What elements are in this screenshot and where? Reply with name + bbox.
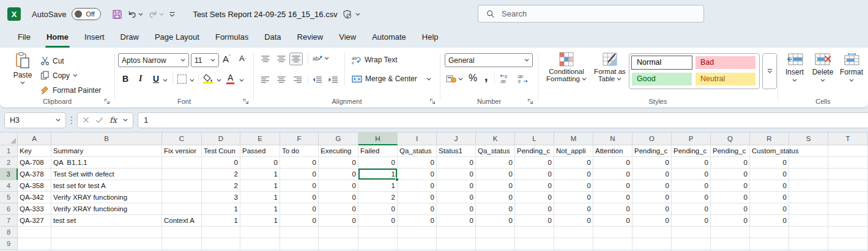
cell-Q4[interactable]: 0	[711, 180, 750, 192]
cell-A2[interactable]: QA-708	[18, 157, 51, 169]
cell-I10[interactable]	[398, 250, 437, 250]
tab-review[interactable]: Review	[289, 28, 332, 48]
cell-F7[interactable]: 0	[280, 215, 319, 227]
cell-S4[interactable]	[789, 180, 828, 192]
align-left-button[interactable]	[261, 76, 270, 83]
cell-I1[interactable]: Qa_status	[398, 145, 437, 157]
font-dialog-launcher-icon[interactable]	[243, 98, 249, 104]
cell-J3[interactable]: 0	[437, 169, 476, 180]
select-all-button[interactable]	[0, 133, 18, 145]
column-header-L[interactable]: L	[515, 133, 554, 145]
tab-formulas[interactable]: Formulas	[207, 28, 256, 48]
cell-K9[interactable]	[476, 238, 515, 250]
formula-bar-grip-icon[interactable]	[70, 115, 73, 125]
cell-D3[interactable]: 2	[202, 169, 240, 180]
cell-I9[interactable]	[398, 238, 437, 250]
delete-cells-button[interactable]: Delete	[810, 53, 836, 82]
borders-button[interactable]	[177, 75, 187, 84]
row-header-8[interactable]: 8	[0, 227, 18, 238]
tab-file[interactable]: File	[10, 28, 39, 48]
cell-O1[interactable]: Pending_c	[632, 145, 672, 157]
cell-E4[interactable]: 1	[240, 180, 280, 192]
column-header-N[interactable]: N	[593, 133, 632, 145]
row-header-3[interactable]: 3	[0, 169, 18, 180]
cell-D1[interactable]: Test Coun	[202, 145, 240, 157]
bold-button[interactable]: B	[122, 74, 128, 84]
cell-J1[interactable]: Status1	[437, 145, 476, 157]
cell-A5[interactable]: QA-342	[18, 192, 51, 203]
cell-F5[interactable]: 0	[280, 192, 319, 203]
cell-P3[interactable]: 0	[672, 169, 711, 180]
column-header-P[interactable]: P	[672, 133, 711, 145]
cut-button[interactable]: Cut	[40, 56, 64, 65]
tab-automate[interactable]: Automate	[364, 28, 414, 48]
row-header-10[interactable]	[0, 250, 18, 250]
cell-C8[interactable]	[162, 227, 202, 238]
copy-button[interactable]: Copy	[40, 71, 78, 80]
insert-function-button[interactable]: fx	[109, 115, 117, 125]
cell-C5[interactable]	[162, 192, 202, 203]
cell-A3[interactable]: QA-378	[18, 169, 51, 180]
row-header-4[interactable]: 4	[0, 180, 18, 192]
column-header-T[interactable]: T	[828, 133, 868, 145]
accounting-format-button[interactable]	[446, 75, 463, 83]
title-dropdown-icon[interactable]	[355, 13, 360, 16]
cell-P2[interactable]: 0	[672, 157, 711, 169]
cell-O8[interactable]	[632, 227, 672, 238]
cell-L4[interactable]: 0	[515, 180, 554, 192]
cell-D6[interactable]: 1	[202, 203, 240, 215]
cell-H3[interactable]: 1	[358, 169, 398, 180]
merge-center-button[interactable]: Merge & Center	[352, 75, 431, 83]
cell-J8[interactable]	[437, 227, 476, 238]
cell-L3[interactable]: 0	[515, 169, 554, 180]
cell-B7[interactable]: test set	[51, 215, 162, 227]
cell-K2[interactable]: 0	[476, 157, 515, 169]
format-cells-button[interactable]: Format	[838, 53, 865, 82]
fill-color-button[interactable]	[203, 74, 213, 84]
cell-O5[interactable]: 0	[632, 192, 672, 203]
cell-H5[interactable]: 2	[358, 192, 398, 203]
enter-icon[interactable]	[95, 117, 103, 123]
cell-B6[interactable]: Verify XRAY functioning	[51, 203, 162, 215]
cell-L7[interactable]: 0	[515, 215, 554, 227]
cell-Q6[interactable]: 0	[711, 203, 750, 215]
cell-A9[interactable]	[18, 238, 51, 250]
save-button[interactable]	[111, 8, 124, 21]
cell-B8[interactable]	[51, 227, 162, 238]
tab-page-layout[interactable]: Page Layout	[147, 28, 207, 48]
column-header-E[interactable]: E	[240, 133, 280, 145]
cell-S6[interactable]	[789, 203, 828, 215]
cell-B4[interactable]: test set for test A	[51, 180, 162, 192]
cell-B2[interactable]: QA B1.1.1	[51, 157, 162, 169]
format-painter-button[interactable]: Format Painter	[40, 85, 101, 95]
cell-Q1[interactable]: Pending_c	[711, 145, 750, 157]
cell-M7[interactable]: 0	[554, 215, 593, 227]
cell-H1[interactable]: Failed	[358, 145, 398, 157]
tab-help[interactable]: Help	[414, 28, 447, 48]
cell-A1[interactable]: Key	[18, 145, 51, 157]
cell-C10[interactable]	[162, 250, 202, 250]
cell-G9[interactable]	[319, 238, 358, 250]
cell-J4[interactable]: 0	[437, 180, 476, 192]
cell-M8[interactable]	[554, 227, 593, 238]
cell-T9[interactable]	[828, 238, 868, 250]
number-format-select[interactable]: General	[445, 53, 533, 67]
cell-G6[interactable]: 0	[319, 203, 358, 215]
cell-P10[interactable]	[672, 250, 711, 250]
cell-T1[interactable]	[828, 145, 868, 157]
cell-R10[interactable]	[750, 250, 789, 250]
alignment-dialog-launcher-icon[interactable]	[429, 98, 436, 104]
cell-K4[interactable]: 0	[476, 180, 515, 192]
tab-home[interactable]: Home	[39, 28, 76, 48]
cell-L8[interactable]	[515, 227, 554, 238]
cell-Q7[interactable]: 0	[711, 215, 750, 227]
cell-C7[interactable]: Context A	[162, 215, 202, 227]
cell-D4[interactable]: 2	[202, 180, 240, 192]
cell-T10[interactable]	[828, 250, 868, 250]
cell-F2[interactable]: 0	[280, 157, 319, 169]
cell-H10[interactable]	[358, 250, 398, 250]
cell-L6[interactable]: 0	[515, 203, 554, 215]
cell-S8[interactable]	[789, 227, 828, 238]
cell-E9[interactable]	[240, 238, 280, 250]
cell-P6[interactable]: 0	[672, 203, 711, 215]
